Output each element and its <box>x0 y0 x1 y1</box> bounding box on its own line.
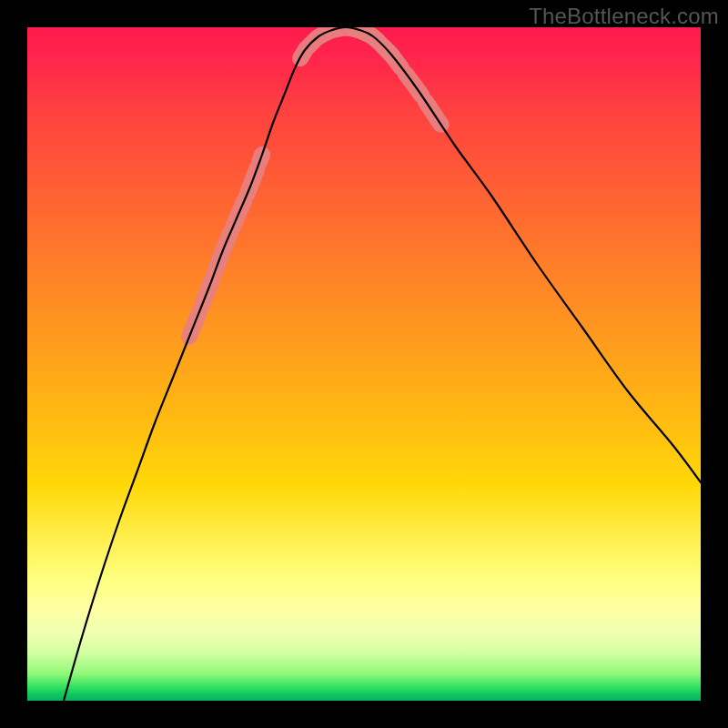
plot-area <box>27 27 701 701</box>
highlight-group <box>189 27 441 337</box>
chart-svg <box>27 27 701 701</box>
bottleneck-curve <box>64 27 701 701</box>
chart-frame: TheBottleneck.com <box>0 0 728 728</box>
watermark-text: TheBottleneck.com <box>529 4 719 29</box>
highlight-right <box>355 29 441 126</box>
